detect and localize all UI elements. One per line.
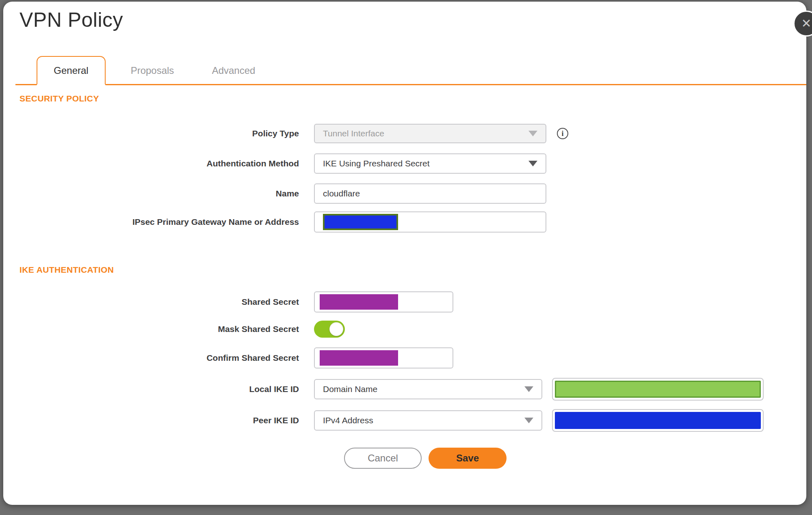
close-icon: ✕ [801,17,811,30]
section-security-policy: SECURITY POLICY [19,94,99,103]
shared-secret-input[interactable] [314,291,453,312]
shared-secret-label: Shared Secret [3,297,314,307]
confirm-shared-secret-input[interactable] [314,347,453,368]
local-ike-id-type-value: Domain Name [323,384,377,394]
peer-ike-id-type-value: IPv4 Address [323,416,373,425]
save-button[interactable]: Save [429,448,507,469]
chevron-down-icon [528,161,537,166]
mask-shared-secret-toggle[interactable] [314,321,345,338]
mask-shared-secret-label: Mask Shared Secret [3,324,314,334]
dialog-actions: Cancel Save [344,448,507,469]
local-ike-id-label: Local IKE ID [3,384,314,394]
chevron-down-icon [528,131,537,136]
policy-type-value: Tunnel Interface [323,129,384,138]
policy-type-row: Policy Type Tunnel Interface i [3,124,806,143]
tab-bar: General Proposals Advanced [15,56,806,85]
peer-ike-id-type-select[interactable]: IPv4 Address [314,410,542,431]
page-title: VPN Policy [19,8,123,32]
tab-proposals[interactable]: Proposals [118,56,187,85]
cancel-button[interactable]: Cancel [344,448,422,469]
name-label: Name [3,189,314,198]
peer-ike-id-label: Peer IKE ID [3,416,314,425]
policy-type-label: Policy Type [3,129,314,138]
close-button[interactable]: ✕ [793,11,812,37]
name-row: Name cloudflare [3,183,806,204]
confirm-shared-secret-row: Confirm Shared Secret [3,347,806,368]
gateway-label: IPsec Primary Gateway Name or Address [3,217,314,227]
name-input[interactable]: cloudflare [314,183,546,204]
redacted-local-ike-id-value [555,381,761,398]
info-icon[interactable]: i [557,128,568,139]
redacted-shared-secret-value [320,294,398,310]
authentication-method-label: Authentication Method [3,159,314,168]
authentication-method-value: IKE Using Preshared Secret [323,159,430,168]
local-ike-id-value-input[interactable] [552,378,764,401]
chevron-down-icon [524,386,533,392]
redacted-gateway-value [323,214,398,230]
policy-type-select: Tunnel Interface [314,124,546,143]
local-ike-id-row: Local IKE ID Domain Name [3,378,806,401]
confirm-shared-secret-label: Confirm Shared Secret [3,353,314,363]
chevron-down-icon [524,418,533,423]
mask-shared-secret-row: Mask Shared Secret [3,321,806,338]
peer-ike-id-row: Peer IKE ID IPv4 Address [3,409,806,432]
authentication-method-select[interactable]: IKE Using Preshared Secret [314,153,546,174]
gateway-input[interactable] [314,211,546,233]
peer-ike-id-value-input[interactable] [552,409,764,432]
tab-general[interactable]: General [37,56,106,85]
tab-advanced[interactable]: Advanced [199,56,268,85]
authentication-method-row: Authentication Method IKE Using Preshare… [3,153,806,174]
gateway-row: IPsec Primary Gateway Name or Address [3,211,806,233]
redacted-peer-ike-id-value [555,412,761,429]
toggle-knob [329,322,343,336]
section-ike-authentication: IKE AUTHENTICATION [19,265,114,275]
shared-secret-row: Shared Secret [3,291,806,312]
local-ike-id-type-select[interactable]: Domain Name [314,379,542,399]
redacted-confirm-shared-secret-value [320,350,398,366]
info-glyph: i [561,129,563,138]
vpn-policy-dialog: VPN Policy ✕ General Proposals Advanced … [3,2,806,505]
name-value: cloudflare [323,189,360,198]
